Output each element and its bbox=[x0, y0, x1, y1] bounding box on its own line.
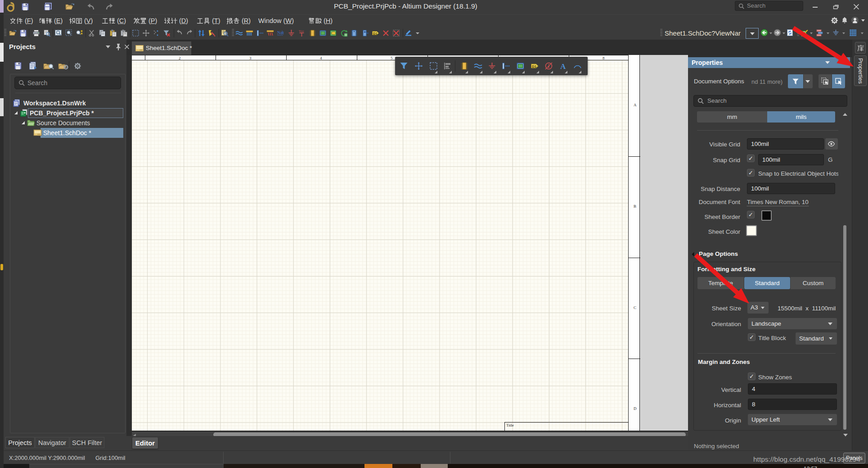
svg-text:Vcc: Vcc bbox=[299, 29, 304, 33]
svg-text:D1: D1 bbox=[532, 64, 537, 68]
svg-text:Net: Net bbox=[277, 30, 284, 35]
svg-text:A: A bbox=[560, 62, 566, 70]
svg-text:D1: D1 bbox=[373, 32, 378, 36]
